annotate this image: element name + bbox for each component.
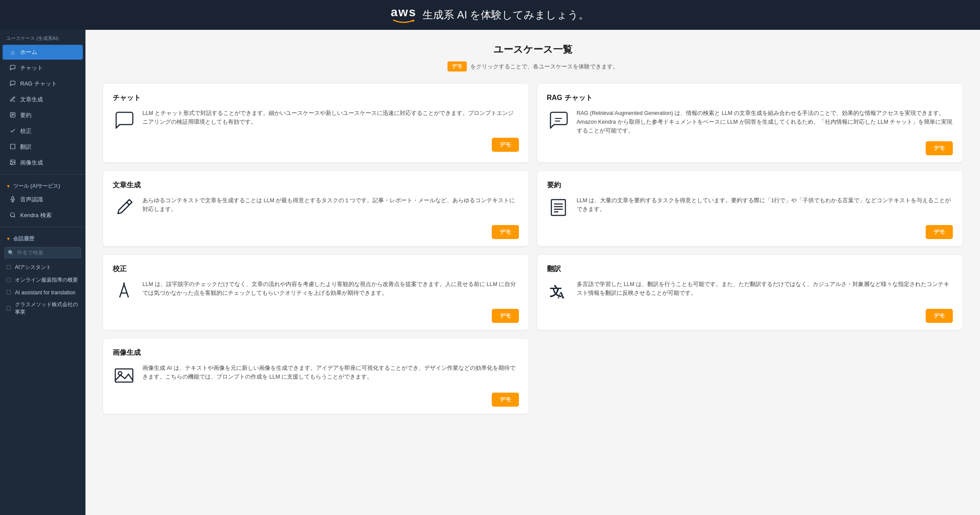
card-text-gen-title: 文章生成 <box>113 181 519 190</box>
search-icon: 🔍 <box>8 250 14 256</box>
card-text-gen-body: あらゆるコンテキストで文章を生成することは LLM が最も得意とするタスクの１つ… <box>113 196 519 219</box>
card-rag-body: RAG (Retrieval Augmented Generation) は、情… <box>547 109 953 135</box>
sidebar-item-label: 音声認識 <box>20 196 43 204</box>
card-translate-title: 翻訳 <box>547 265 953 274</box>
sidebar-item-label: Kendra 検索 <box>20 211 52 219</box>
sidebar-item-translate[interactable]: 翻訳 <box>3 139 83 154</box>
content-area: ユースケース一覧 デモ をクリックすることで、各ユースケースを体験できます。 チ… <box>85 30 980 515</box>
history-item-label: AIアシスタント <box>15 264 51 271</box>
image-icon <box>9 159 17 167</box>
card-chat-icon <box>113 109 135 132</box>
svg-rect-5 <box>11 144 15 149</box>
card-chat-demo-btn[interactable]: デモ <box>492 138 519 152</box>
svg-rect-13 <box>551 200 565 215</box>
search-box: 🔍 <box>4 247 81 258</box>
chevron-icon: ▼ <box>6 184 11 189</box>
svg-line-9 <box>14 216 15 217</box>
card-translate-footer: デモ <box>547 309 953 323</box>
sidebar-item-text-gen[interactable]: 文章生成 <box>3 92 83 107</box>
sidebar-item-voice[interactable]: 音声認識 <box>3 192 83 207</box>
card-text-gen-footer: デモ <box>113 225 519 239</box>
rag-chat-icon <box>9 80 17 88</box>
sidebar-item-chat[interactable]: チャット <box>3 61 83 75</box>
sidebar-item-label: RAG チャット <box>20 80 57 88</box>
card-summary: 要約 LLM は、大量の文章を要約するタスクを得意としています。要約する <box>537 171 963 246</box>
card-chat-footer: デモ <box>113 138 519 152</box>
svg-point-18 <box>123 283 125 284</box>
card-rag-title: RAG チャット <box>547 93 953 103</box>
search-input[interactable] <box>4 247 81 258</box>
translate-icon <box>9 143 17 151</box>
card-image-gen-body: 画像生成 AI は、テキストや画像を元に新しい画像を生成できます。アイデアを即座… <box>113 364 519 386</box>
subtitle-demo-badge: デモ <box>447 61 467 72</box>
sidebar-item-label: ホーム <box>20 48 37 56</box>
card-proofread: 校正 LLM は、誤字脱字のチェックだけでなく、文章の流れや内容を考慮したより客… <box>103 255 529 330</box>
history-item-classmethod[interactable]: ☐ クラスメソッド株式会社の事業 <box>0 298 85 318</box>
card-image-gen-demo-btn[interactable]: デモ <box>492 393 519 407</box>
card-chat-body: LLM とチャット形式で対話することができます。細かいユースケースや新しいユース… <box>113 109 519 132</box>
card-image-gen: 画像生成 画像生成 AI は、テキストや画像を元に新しい画像を生成できます。アイ… <box>103 339 529 414</box>
card-text-gen-desc: あらゆるコンテキストで文章を生成することは LLM が最も得意とするタスクの１つ… <box>142 196 519 214</box>
sidebar-item-label: 文章生成 <box>20 96 43 104</box>
card-text-gen-demo-btn[interactable]: デモ <box>492 225 519 239</box>
card-chat: チャット LLM とチャット形式で対話することができます。細かいユースケースや新… <box>103 84 529 162</box>
card-chat-title: チャット <box>113 93 519 103</box>
sidebar-divider-1 <box>0 174 85 175</box>
card-image-gen-desc: 画像生成 AI は、テキストや画像を元に新しい画像を生成できます。アイデアを即座… <box>142 364 519 381</box>
svg-line-12 <box>127 202 129 205</box>
subtitle-text: をクリックすることで、各ユースケースを体験できます。 <box>470 63 618 71</box>
history-item-label: オンライン服薬指導の概要 <box>15 276 78 284</box>
card-chat-desc: LLM とチャット形式で対話することができます。細かいユースケースや新しいユース… <box>142 109 519 126</box>
card-rag-chat: RAG チャット RAG (Retrieval Augmented Genera… <box>537 84 963 162</box>
card-translate-demo-btn[interactable]: デモ <box>926 309 953 323</box>
history-item-label: クラスメソッド株式会社の事業 <box>15 301 79 316</box>
svg-rect-21 <box>115 369 133 382</box>
card-text-gen-icon <box>113 196 135 219</box>
history-item-ai-assistant[interactable]: ☐ AIアシスタント <box>0 261 85 274</box>
tools-section-label: ツール (AIサービス) <box>13 182 60 190</box>
sidebar-top-section-label: ユースケース (生成系AI) <box>0 30 85 44</box>
sidebar-divider-2 <box>0 227 85 227</box>
app-container: aws 生成系 AI を体験してみましょう。 ユースケース (生成系AI) ⌂ … <box>0 0 980 515</box>
pen-icon <box>9 96 17 104</box>
main-layout: ユースケース (生成系AI) ⌂ ホーム チャット RAG チャット <box>0 30 980 515</box>
sidebar-item-image-gen[interactable]: 画像生成 <box>3 155 83 170</box>
card-translate-desc: 多言語で学習した LLM は、翻訳を行うことも可能です。また、ただ翻訳するだけで… <box>577 280 953 297</box>
card-image-gen-title: 画像生成 <box>113 348 519 358</box>
card-proofread-demo-btn[interactable]: デモ <box>492 309 519 323</box>
history-icon: ☐ <box>6 289 11 296</box>
header: aws 生成系 AI を体験してみましょう。 <box>0 0 980 30</box>
card-image-gen-icon <box>113 364 135 386</box>
card-proofread-body: LLM は、誤字脱字のチェックだけでなく、文章の流れや内容を考慮したより客観的な… <box>113 280 519 303</box>
svg-text:A: A <box>557 290 565 300</box>
card-text-gen: 文章生成 あらゆるコンテキストで文章を生成することは LLM が最も得意とするタ… <box>103 171 529 246</box>
search-kendra-icon <box>9 212 17 219</box>
card-rag-footer: デモ <box>547 141 953 155</box>
card-summary-demo-btn[interactable]: デモ <box>926 225 953 239</box>
sidebar-item-proofread[interactable]: 校正 <box>3 124 83 139</box>
card-rag-demo-btn[interactable]: デモ <box>926 141 953 155</box>
sidebar-item-label: 校正 <box>20 127 32 135</box>
sidebar-item-summary[interactable]: 要約 <box>3 108 83 123</box>
card-summary-footer: デモ <box>547 225 953 239</box>
sidebar-item-label: チャット <box>20 64 43 72</box>
card-proofread-icon <box>113 280 135 303</box>
card-proofread-footer: デモ <box>113 309 519 323</box>
chat-icon <box>9 64 17 72</box>
header-title: 生成系 AI を体験してみましょう。 <box>423 8 589 22</box>
sidebar-item-home[interactable]: ⌂ ホーム <box>3 45 83 60</box>
history-section-label: 会話履歴 <box>13 235 34 243</box>
aws-smile-icon <box>393 19 415 24</box>
history-item-online-consult[interactable]: ☐ オンライン服薬指導の概要 <box>0 274 85 286</box>
sidebar-item-rag-chat[interactable]: RAG チャット <box>3 76 83 91</box>
card-translate-body: 文 A 多言語で学習した LLM は、翻訳を行うことも可能です。また、ただ翻訳す… <box>547 280 953 303</box>
sidebar-item-label: 画像生成 <box>20 159 43 167</box>
history-item-ai-translation[interactable]: ☐ AI assistant for translation <box>0 286 85 298</box>
history-icon: ☐ <box>6 277 11 283</box>
chevron-icon: ▼ <box>6 236 11 241</box>
svg-point-22 <box>118 372 122 375</box>
sidebar-item-label: 翻訳 <box>20 143 32 151</box>
card-summary-icon <box>547 196 570 219</box>
card-rag-desc: RAG (Retrieval Augmented Generation) は、情… <box>577 109 953 135</box>
sidebar-item-kendra[interactable]: Kendra 検索 <box>3 208 83 223</box>
